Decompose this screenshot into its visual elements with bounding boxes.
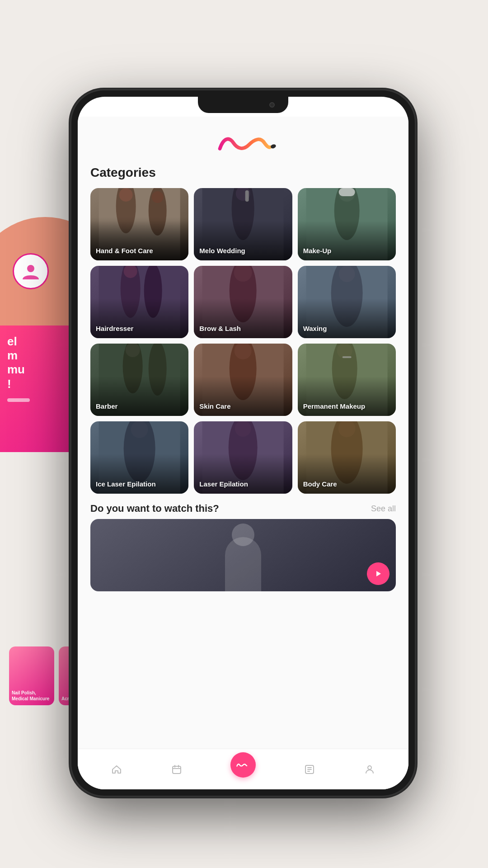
category-label-laser-epilation: Laser Epilation [199,480,288,488]
category-label-melo-wedding: Melo Wedding [199,247,288,255]
category-card-laser-epilation[interactable]: Laser Epilation [194,421,292,494]
background-profile-icon [13,253,49,289]
logo-area [78,117,408,165]
bg-thumb-1-label: Nail Polish, Medical Manicure [12,690,52,702]
nav-calendar[interactable] [170,763,183,776]
screen-content: Categories Hand & Foot Care Melo Wedding… [78,117,408,789]
category-label-skin-care: Skin Care [199,402,288,410]
background-menu-card: elmmu! [0,326,81,452]
phone-frame: Categories Hand & Foot Care Melo Wedding… [71,90,415,796]
category-card-makeup[interactable]: Make-Up [298,188,396,260]
front-camera [269,102,275,108]
category-label-ice-laser: Ice Laser Epilation [96,480,185,488]
melo-logo [202,129,284,156]
category-card-barber[interactable]: Barber [90,344,188,416]
bookings-icon [303,763,316,776]
category-label-permanent-makeup: Permanent Makeup [303,402,392,410]
svg-point-18 [144,266,162,318]
category-card-hand-foot[interactable]: Hand & Foot Care [90,188,188,260]
menu-card-text: elmmu! [7,335,25,391]
nav-profile[interactable] [363,763,376,776]
svg-rect-14 [338,188,355,196]
svg-point-47 [368,766,371,769]
category-card-permanent-makeup[interactable]: Permanent Makeup [298,344,396,416]
svg-point-0 [27,265,34,272]
category-card-melo-wedding[interactable]: Melo Wedding [194,188,292,260]
watch-title: Do you want to watch this? [90,503,219,514]
watch-section: Do you want to watch this? See all [78,494,408,519]
svg-point-24 [338,266,355,282]
category-label-waxing: Waxing [303,325,392,333]
phone-notch [198,97,288,113]
svg-rect-45 [173,766,181,774]
categories-grid: Hand & Foot Care Melo Wedding Make-Up Ha… [90,188,396,494]
svg-point-4 [119,188,133,202]
category-card-ice-laser[interactable]: Ice Laser Epilation [90,421,188,494]
bg-thumb-1: Nail Polish, Medical Manicure [9,646,54,705]
nav-bookings[interactable] [303,763,316,776]
home-icon [110,763,123,776]
profile-nav-icon [363,763,376,776]
svg-rect-35 [342,356,351,358]
categories-title: Categories [90,165,396,180]
nav-logo-center[interactable] [230,761,256,778]
category-label-brow-lash: Brow & Lash [199,325,288,333]
category-card-skin-care[interactable]: Skin Care [194,344,292,416]
category-label-body-care: Body Care [303,480,392,488]
bottom-navigation [78,749,408,789]
menu-card-dot [7,398,30,402]
nav-melo-logo-icon [235,760,251,770]
svg-point-6 [152,191,164,203]
category-label-hand-foot: Hand & Foot Care [96,247,185,255]
category-label-makeup: Make-Up [303,247,392,255]
category-card-body-care[interactable]: Body Care [298,421,396,494]
category-card-hairdresser[interactable]: Hairdresser [90,266,188,338]
svg-point-38 [131,421,148,438]
video-thumbnail[interactable] [90,519,396,591]
svg-rect-10 [245,190,249,202]
phone-screen: Categories Hand & Foot Care Melo Wedding… [78,97,408,789]
category-card-brow-lash[interactable]: Brow & Lash [194,266,292,338]
video-play-button[interactable] [367,562,389,585]
category-card-waxing[interactable]: Waxing [298,266,396,338]
categories-section: Categories Hand & Foot Care Melo Wedding… [78,165,408,494]
category-label-hairdresser: Hairdresser [96,325,185,333]
nav-home[interactable] [110,763,123,776]
svg-point-28 [149,344,167,396]
calendar-icon [170,763,183,776]
see-all-button[interactable]: See all [371,504,396,514]
category-label-barber: Barber [96,402,185,410]
